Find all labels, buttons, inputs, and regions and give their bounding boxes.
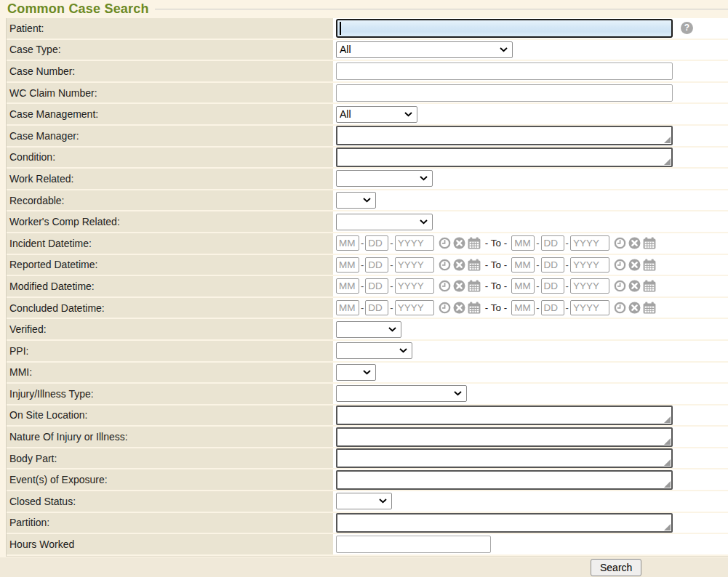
chevron-down-icon bbox=[388, 327, 396, 332]
case-number-field bbox=[333, 61, 728, 81]
work-related-field bbox=[333, 169, 728, 189]
concluded-datetime-to-dd-input[interactable] bbox=[541, 300, 564, 315]
mmi-select[interactable] bbox=[336, 364, 376, 381]
clock-icon[interactable] bbox=[614, 280, 626, 292]
recordable-select[interactable] bbox=[336, 192, 376, 209]
resize-handle-icon[interactable] bbox=[664, 416, 671, 423]
reported-datetime-from-mm-input[interactable] bbox=[336, 257, 359, 273]
clear-icon[interactable] bbox=[628, 302, 641, 314]
modified-datetime-to-yyyy-input[interactable] bbox=[570, 278, 609, 294]
chevron-down-icon bbox=[500, 47, 508, 52]
concluded-datetime-from-yyyy-input[interactable] bbox=[395, 300, 434, 315]
wc-claim-number-input[interactable] bbox=[336, 84, 673, 102]
resize-handle-icon[interactable] bbox=[664, 459, 671, 466]
calendar-icon[interactable] bbox=[468, 302, 481, 314]
patient-input-wrap bbox=[336, 19, 673, 38]
modified-datetime-to-dd-input[interactable] bbox=[541, 278, 564, 294]
events-of-exposure-textarea[interactable] bbox=[336, 470, 673, 490]
clock-icon[interactable] bbox=[439, 259, 451, 271]
resize-handle-icon[interactable] bbox=[664, 524, 671, 530]
concluded-datetime-from-dd-input[interactable] bbox=[365, 300, 388, 315]
calendar-icon[interactable] bbox=[643, 259, 656, 271]
search-button[interactable]: Search bbox=[591, 559, 641, 576]
incident-datetime-from-yyyy-input[interactable] bbox=[395, 235, 434, 251]
case-manager-label: Case Manager: bbox=[7, 126, 333, 146]
case-manager-textarea[interactable] bbox=[336, 126, 673, 145]
injury-illness-type-label: Injury/Illness Type: bbox=[7, 384, 333, 404]
resize-handle-icon[interactable] bbox=[664, 137, 671, 143]
hours-worked-input[interactable] bbox=[336, 536, 491, 553]
clock-icon[interactable] bbox=[439, 302, 451, 314]
clock-icon[interactable] bbox=[614, 259, 626, 271]
date-separator: - bbox=[566, 238, 569, 249]
reported-datetime-to-yyyy-input[interactable] bbox=[570, 257, 609, 273]
clear-icon[interactable] bbox=[453, 280, 465, 292]
date-separator: - bbox=[566, 302, 569, 313]
row-closed-status: Closed Status: bbox=[7, 491, 728, 512]
workers-comp-related-select[interactable] bbox=[336, 214, 433, 230]
incident-datetime-to-yyyy-input[interactable] bbox=[570, 235, 609, 251]
condition-textarea[interactable] bbox=[336, 148, 673, 167]
modified-datetime-from-yyyy-input[interactable] bbox=[395, 278, 434, 294]
concluded-datetime-from-mm-input[interactable] bbox=[336, 300, 359, 315]
clear-icon[interactable] bbox=[453, 302, 465, 314]
reported-datetime-to-mm-input[interactable] bbox=[511, 257, 535, 273]
calendar-icon[interactable] bbox=[643, 302, 656, 314]
incident-datetime-to-mm-input[interactable] bbox=[511, 235, 535, 251]
page-title: Common Case Search bbox=[7, 1, 149, 17]
help-icon[interactable]: ? bbox=[681, 22, 693, 34]
clear-icon[interactable] bbox=[453, 237, 465, 249]
incident-datetime-from-dd-input[interactable] bbox=[365, 235, 388, 251]
clock-icon[interactable] bbox=[614, 302, 626, 314]
nature-of-injury-or-illness-textarea[interactable] bbox=[336, 427, 673, 447]
on-site-location-textarea[interactable] bbox=[336, 405, 673, 425]
chevron-down-icon bbox=[363, 370, 371, 375]
resize-handle-icon[interactable] bbox=[664, 158, 671, 165]
clear-icon[interactable] bbox=[628, 237, 641, 249]
mmi-field bbox=[333, 363, 728, 383]
partition-textarea[interactable] bbox=[336, 513, 673, 533]
hours-worked-label: Hours Worked bbox=[7, 534, 333, 554]
date-separator: - bbox=[566, 259, 569, 270]
clear-icon[interactable] bbox=[628, 259, 641, 271]
patient-input[interactable] bbox=[336, 19, 673, 38]
row-recordable: Recordable: bbox=[7, 190, 728, 211]
reported-datetime-from-yyyy-input[interactable] bbox=[395, 257, 434, 273]
injury-illness-type-select[interactable] bbox=[336, 385, 467, 402]
modified-datetime-to-mm-input[interactable] bbox=[511, 278, 535, 294]
closed-status-select[interactable] bbox=[336, 493, 392, 509]
work-related-label: Work Related: bbox=[7, 169, 333, 189]
concluded-datetime-to-yyyy-input[interactable] bbox=[570, 300, 609, 315]
incident-datetime-to-dd-input[interactable] bbox=[541, 235, 564, 251]
clock-icon[interactable] bbox=[439, 237, 451, 249]
reported-datetime-to-dd-input[interactable] bbox=[541, 257, 564, 273]
date-separator: - bbox=[361, 281, 364, 291]
case-number-input[interactable] bbox=[336, 62, 673, 80]
work-related-select[interactable] bbox=[336, 170, 433, 187]
chevron-down-icon bbox=[399, 348, 407, 353]
clock-icon[interactable] bbox=[614, 237, 626, 249]
reported-datetime-from-dd-input[interactable] bbox=[365, 257, 388, 273]
calendar-icon[interactable] bbox=[468, 237, 481, 249]
calendar-icon[interactable] bbox=[468, 280, 481, 292]
calendar-icon[interactable] bbox=[468, 259, 481, 271]
incident-datetime-from-mm-input[interactable] bbox=[336, 235, 359, 251]
calendar-icon[interactable] bbox=[643, 280, 656, 292]
condition-field bbox=[333, 148, 728, 168]
row-nature-of-injury-or-illness: Nature Of Injury or Illness: bbox=[7, 427, 728, 447]
clear-icon[interactable] bbox=[453, 259, 465, 271]
calendar-icon[interactable] bbox=[643, 237, 656, 249]
clear-icon[interactable] bbox=[628, 280, 641, 292]
modified-datetime-from-dd-input[interactable] bbox=[365, 278, 388, 294]
case-type-select[interactable]: All bbox=[336, 41, 513, 58]
body-part-textarea[interactable] bbox=[336, 448, 673, 468]
clock-icon[interactable] bbox=[439, 280, 451, 292]
resize-handle-icon[interactable] bbox=[664, 481, 671, 488]
resize-handle-icon[interactable] bbox=[664, 438, 671, 445]
verified-select[interactable] bbox=[336, 321, 401, 338]
concluded-datetime-to-mm-input[interactable] bbox=[511, 300, 535, 315]
patient-field: ? bbox=[333, 18, 728, 39]
modified-datetime-from-mm-input[interactable] bbox=[336, 278, 359, 294]
case-management-select[interactable]: All bbox=[336, 106, 417, 123]
ppi-select[interactable] bbox=[336, 342, 412, 359]
